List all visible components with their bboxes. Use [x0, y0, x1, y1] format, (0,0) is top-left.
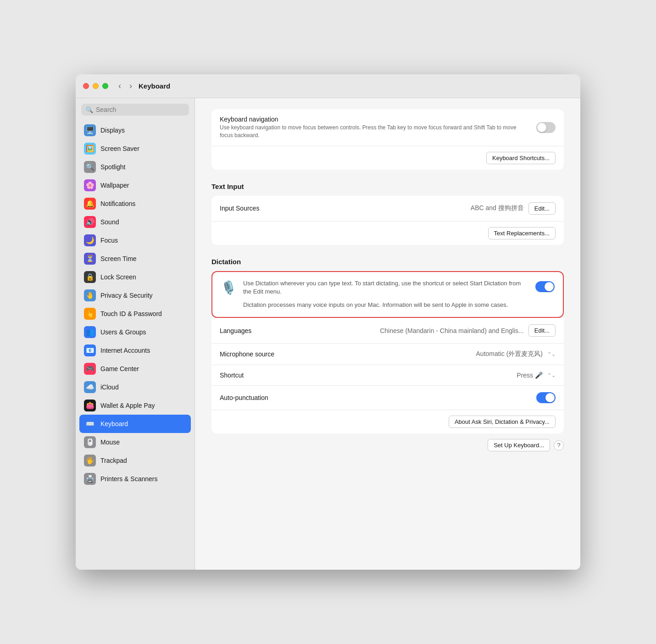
auto-punctuation-label: Auto-punctuation [220, 394, 293, 401]
sidebar-item-screen-saver[interactable]: 🖼️Screen Saver [79, 139, 191, 158]
printers-scanners-label: Printers & Scanners [100, 475, 158, 483]
focus-label: Focus [100, 237, 118, 244]
keyboard-nav-row: Keyboard navigation Use keyboard navigat… [211, 109, 564, 146]
keyboard-shortcuts-btn-row: Keyboard Shortcuts... [211, 146, 564, 170]
sidebar-item-game-center[interactable]: 🎮Game Center [79, 360, 191, 378]
users-groups-label: Users & Groups [100, 328, 146, 336]
wallpaper-label: Wallpaper [100, 182, 129, 189]
keyboard-nav-toggle[interactable] [536, 122, 556, 133]
dictation-toggle-knob [545, 282, 554, 291]
displays-label: Displays [100, 127, 125, 134]
search-input-wrap[interactable]: 🔍 [81, 104, 189, 116]
sidebar-item-users-groups[interactable]: 👥Users & Groups [79, 323, 191, 341]
sidebar-item-sound[interactable]: 🔊Sound [79, 213, 191, 231]
sidebar-item-lock-screen[interactable]: 🔒Lock Screen [79, 268, 191, 286]
dictation-toggle-wrap [535, 281, 555, 292]
sidebar-item-keyboard[interactable]: ⌨️Keyboard [79, 415, 191, 433]
dictation-main-text: Use Dictation wherever you can type text… [243, 279, 529, 297]
sidebar-item-screen-time[interactable]: ⏳Screen Time [79, 250, 191, 268]
internet-accounts-label: Internet Accounts [100, 347, 150, 354]
minimize-button[interactable] [93, 83, 99, 89]
input-sources-value: ABC and 搜狗拼音 [471, 204, 524, 212]
bottom-buttons-row: Set Up Keyboard... ? [211, 439, 564, 451]
text-input-title: Text Input [211, 183, 564, 190]
sidebar-item-printers-scanners[interactable]: 🖨️Printers & Scanners [79, 470, 191, 488]
input-sources-right: ABC and 搜狗拼音 Edit... [471, 202, 556, 215]
microphone-right: Automatic (外置麦克风) ⌃⌄ [476, 350, 556, 358]
shortcut-label: Shortcut [220, 372, 293, 379]
keyboard-nav-label-group: Keyboard navigation Use keyboard navigat… [220, 116, 531, 139]
sidebar-item-trackpad[interactable]: 🖐️Trackpad [79, 451, 191, 470]
shortcut-row: Shortcut Press 🎤 ⌃⌄ [211, 365, 564, 386]
forward-button[interactable]: › [127, 80, 135, 92]
touch-id-password-icon: 👆 [84, 308, 96, 320]
mouse-label: Mouse [100, 439, 120, 446]
keyboard-label: Keyboard [100, 420, 128, 427]
mouse-icon: 🖱️ [84, 436, 96, 448]
about-dictation-button[interactable]: About Ask Siri, Dictation & Privacy... [449, 416, 556, 428]
users-groups-icon: 👥 [84, 326, 96, 338]
sidebar-list: 🖥️Displays🖼️Screen Saver🔍Spotlight🌸Wallp… [76, 119, 195, 570]
sidebar-item-icloud[interactable]: ☁️iCloud [79, 378, 191, 396]
auto-punctuation-toggle[interactable] [536, 392, 556, 403]
languages-edit-button[interactable]: Edit... [528, 324, 556, 337]
displays-icon: 🖥️ [84, 124, 96, 136]
lock-screen-label: Lock Screen [100, 273, 136, 281]
about-btn-row: About Ask Siri, Dictation & Privacy... [211, 410, 564, 433]
main-content: 🔍 🖥️Displays🖼️Screen Saver🔍Spotlight🌸Wal… [76, 98, 580, 570]
sidebar-item-wallpaper[interactable]: 🌸Wallpaper [79, 176, 191, 194]
spotlight-icon: 🔍 [84, 161, 96, 173]
sound-icon: 🔊 [84, 216, 96, 228]
dictation-text-group: Use Dictation wherever you can type text… [243, 279, 529, 310]
auto-punctuation-row: Auto-punctuation [211, 386, 564, 410]
help-button[interactable]: ? [554, 440, 564, 450]
search-icon: 🔍 [86, 106, 93, 113]
spotlight-label: Spotlight [100, 163, 125, 171]
lock-screen-icon: 🔒 [84, 271, 96, 283]
close-button[interactable] [83, 83, 89, 89]
languages-label: Languages [220, 327, 293, 334]
sidebar-item-mouse[interactable]: 🖱️Mouse [79, 433, 191, 451]
microphone-icon: 🎙️ [221, 280, 237, 295]
back-button[interactable]: ‹ [116, 80, 124, 92]
input-sources-row: Input Sources ABC and 搜狗拼音 Edit... [211, 196, 564, 222]
dictation-toggle[interactable] [535, 281, 555, 292]
languages-row: Languages Chinese (Mandarin - China main… [211, 318, 564, 344]
focus-icon: 🌙 [84, 234, 96, 246]
dictation-sub-text: Dictation processes many voice inputs on… [243, 301, 529, 310]
auto-punctuation-right [536, 392, 556, 403]
game-center-icon: 🎮 [84, 363, 96, 375]
sidebar-item-wallet-apple-pay[interactable]: 👛Wallet & Apple Pay [79, 396, 191, 415]
sidebar-item-displays[interactable]: 🖥️Displays [79, 121, 191, 139]
input-sources-label: Input Sources [220, 205, 293, 212]
sidebar-item-touch-id-password[interactable]: 👆Touch ID & Password [79, 305, 191, 323]
sidebar-item-privacy-security[interactable]: 🤚Privacy & Security [79, 286, 191, 305]
keyboard-nav-label: Keyboard navigation [220, 116, 531, 123]
wallpaper-icon: 🌸 [84, 179, 96, 191]
dictation-title: Dictation [211, 258, 564, 266]
microphone-value: Automatic (外置麦克风) [476, 350, 543, 358]
icloud-label: iCloud [100, 383, 119, 391]
wallet-apple-pay-icon: 👛 [84, 400, 96, 411]
notifications-label: Notifications [100, 200, 135, 207]
notifications-icon: 🔔 [84, 198, 96, 210]
keyboard-shortcuts-button[interactable]: Keyboard Shortcuts... [486, 152, 556, 164]
sidebar-item-notifications[interactable]: 🔔Notifications [79, 194, 191, 213]
trackpad-icon: 🖐️ [84, 455, 96, 466]
screen-saver-label: Screen Saver [100, 145, 139, 152]
languages-right: Chinese (Mandarin - China mainland) and … [380, 324, 556, 337]
input-sources-edit-button[interactable]: Edit... [528, 202, 556, 215]
microphone-chevron-icon: ⌃⌄ [547, 351, 556, 357]
dictation-box: 🎙️ Use Dictation wherever you can type t… [211, 271, 564, 318]
wallet-apple-pay-label: Wallet & Apple Pay [100, 402, 155, 409]
sidebar-item-spotlight[interactable]: 🔍Spotlight [79, 158, 191, 176]
search-input[interactable] [96, 106, 184, 113]
maximize-button[interactable] [102, 83, 108, 89]
keyboard-nav-card: Keyboard navigation Use keyboard navigat… [211, 109, 564, 170]
setup-keyboard-button[interactable]: Set Up Keyboard... [488, 439, 550, 451]
text-replacements-button[interactable]: Text Replacements... [488, 227, 556, 239]
sidebar-item-focus[interactable]: 🌙Focus [79, 231, 191, 250]
sidebar-item-internet-accounts[interactable]: 📧Internet Accounts [79, 341, 191, 360]
touch-id-password-label: Touch ID & Password [100, 310, 162, 317]
sidebar: 🔍 🖥️Displays🖼️Screen Saver🔍Spotlight🌸Wal… [76, 98, 195, 570]
